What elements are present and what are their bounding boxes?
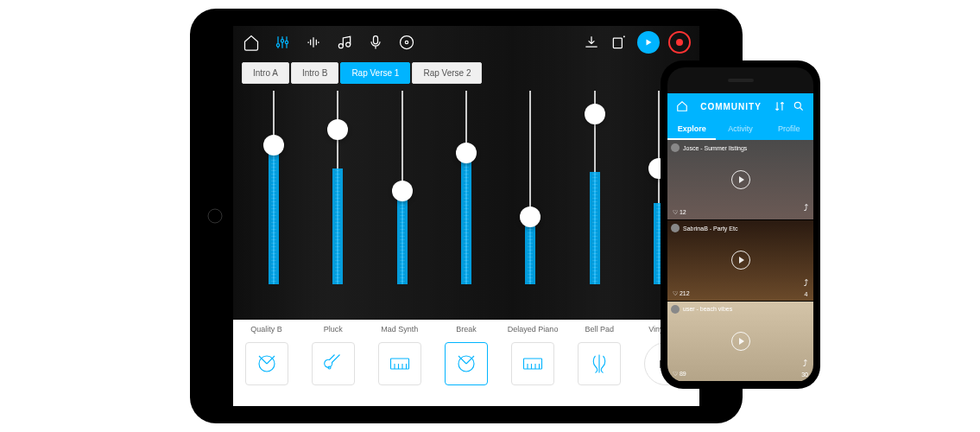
- volume-slider[interactable]: [658, 91, 660, 284]
- svg-point-8: [405, 41, 408, 43]
- waveform-icon[interactable]: [304, 33, 323, 52]
- phone-device: COMMUNITY Explore Activity Profile Josce…: [661, 60, 820, 389]
- disc-icon[interactable]: [397, 33, 416, 52]
- tab-profile[interactable]: Profile: [765, 119, 813, 140]
- svg-rect-6: [374, 36, 378, 44]
- post-title: user - beach vibes: [683, 306, 732, 312]
- post-title: SabrinaB - Party Etc: [683, 226, 737, 232]
- music-note-icon[interactable]: [335, 33, 354, 52]
- feed-post[interactable]: user - beach vibes ♡ 89 ⤴30: [667, 302, 813, 382]
- section-tabs: Intro A Intro B Rap Verse 1 Rap Verse 2: [242, 62, 691, 84]
- search-icon[interactable]: [793, 100, 805, 112]
- volume-slider[interactable]: [594, 91, 596, 284]
- phone-header: COMMUNITY: [667, 93, 813, 119]
- tab-activity[interactable]: Activity: [716, 119, 764, 140]
- instrument-drum[interactable]: [445, 342, 488, 385]
- feed-post[interactable]: SabrinaB - Party Etc ♡ 212 ⤴4: [667, 220, 813, 301]
- post-title: Josce - Summer listings: [683, 145, 747, 151]
- avatar: [671, 143, 680, 152]
- avatar: [671, 305, 680, 314]
- track-label: Pluck: [307, 325, 359, 334]
- volume-slider[interactable]: [529, 91, 531, 284]
- section-tab[interactable]: Intro B: [291, 62, 338, 84]
- mixer-track: [376, 91, 428, 289]
- play-icon[interactable]: [731, 170, 750, 189]
- instrument-strip: Quality BPluckMad SynthBreakDelayed Pian…: [233, 320, 699, 406]
- home-icon[interactable]: [242, 33, 261, 52]
- tablet-device: Intro A Intro B Rap Verse 1 Rap Verse 2 …: [190, 9, 743, 423]
- like-count[interactable]: ♡ 212: [673, 290, 690, 297]
- volume-slider[interactable]: [273, 91, 275, 284]
- volume-slider[interactable]: [465, 91, 467, 284]
- svg-rect-9: [613, 38, 622, 48]
- section-tab[interactable]: Rap Verse 1: [340, 62, 410, 84]
- instrument-drum[interactable]: [245, 342, 288, 385]
- instrument-synth[interactable]: [378, 342, 421, 385]
- feed-post[interactable]: Josce - Summer listings ♡ 12 ⤴: [667, 140, 813, 220]
- avatar: [671, 224, 680, 232]
- record-button[interactable]: [668, 31, 691, 54]
- track-label: Mad Synth: [374, 325, 426, 334]
- comment-count: 4: [805, 291, 808, 297]
- share-icon[interactable]: ⤴: [804, 278, 808, 288]
- comment-count: 30: [801, 372, 808, 378]
- home-icon[interactable]: [676, 100, 688, 112]
- tablet-home-button[interactable]: [207, 208, 223, 224]
- section-tab[interactable]: Intro A: [242, 62, 289, 84]
- svg-point-2: [281, 40, 283, 42]
- top-toolbar: [233, 26, 699, 59]
- mixer-track: [569, 91, 621, 289]
- svg-point-5: [346, 42, 351, 47]
- svg-point-7: [401, 36, 414, 49]
- track-label: Quality B: [241, 325, 293, 334]
- mixer-track: [248, 91, 300, 289]
- instrument-strings[interactable]: [578, 342, 621, 385]
- tab-explore[interactable]: Explore: [667, 119, 716, 140]
- mixer-icon[interactable]: [273, 33, 292, 52]
- play-icon[interactable]: [731, 332, 750, 351]
- section-tab[interactable]: Rap Verse 2: [412, 62, 482, 84]
- track-label: Break: [440, 325, 492, 334]
- play-button[interactable]: [637, 31, 660, 54]
- track-label: Delayed Piano: [507, 325, 559, 334]
- mic-icon[interactable]: [366, 33, 385, 52]
- volume-slider[interactable]: [401, 91, 403, 284]
- like-count[interactable]: ♡ 89: [673, 371, 686, 378]
- mixer-track: [440, 91, 492, 289]
- page-title: COMMUNITY: [700, 102, 762, 111]
- sort-icon[interactable]: [774, 100, 786, 112]
- instrument-guitar[interactable]: [312, 342, 355, 385]
- share-icon[interactable]: ⤴: [804, 203, 808, 213]
- like-count[interactable]: ♡ 12: [673, 209, 686, 216]
- volume-slider[interactable]: [337, 91, 338, 284]
- share-icon[interactable]: ⤴: [803, 359, 807, 368]
- svg-point-27: [794, 102, 800, 108]
- svg-point-4: [338, 44, 343, 48]
- mixer-track: [312, 91, 364, 289]
- download-icon[interactable]: [582, 33, 601, 52]
- svg-point-1: [276, 44, 279, 47]
- phone-tabs: Explore Activity Profile: [667, 119, 813, 140]
- svg-point-3: [285, 41, 288, 43]
- mixer-track: [504, 91, 556, 289]
- feed: Josce - Summer listings ♡ 12 ⤴SabrinaB -…: [667, 140, 813, 382]
- instrument-synth[interactable]: [511, 342, 554, 385]
- track-label: Bell Pad: [573, 325, 625, 334]
- add-track-icon[interactable]: [610, 33, 629, 52]
- svg-point-0: [208, 209, 222, 223]
- mixer-area: [233, 91, 699, 289]
- play-icon[interactable]: [731, 251, 750, 270]
